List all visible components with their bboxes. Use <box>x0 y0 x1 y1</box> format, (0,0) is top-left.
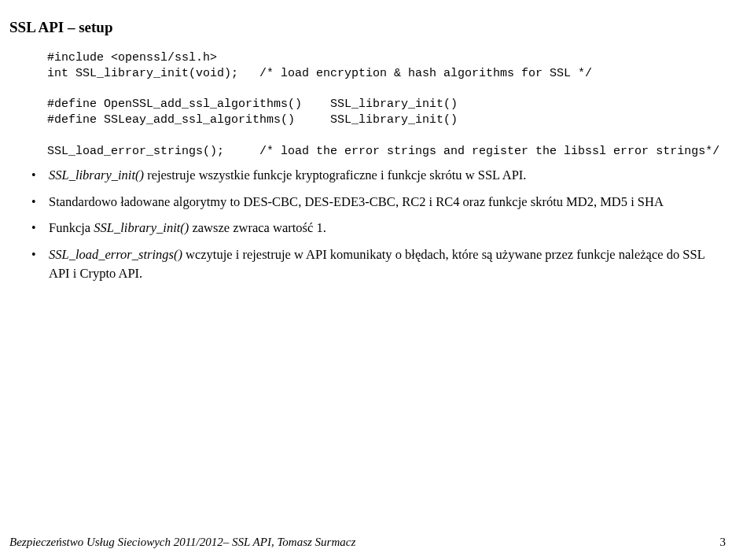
code-line: #define SSLeay_add_ssl_algorithms() SSL_… <box>47 113 458 127</box>
list-item: SSL_library_init() rejestruje wszystkie … <box>31 166 726 185</box>
list-item: SSL_load_error_strings() wczytuje i reje… <box>31 245 726 283</box>
list-item-text: zawsze zwraca wartość 1. <box>189 220 326 235</box>
bullet-list: SSL_library_init() rejestruje wszystkie … <box>31 166 726 284</box>
list-item: Standardowo ładowane algorytmy to DES-CB… <box>31 193 726 212</box>
section-title: SSL API – setup <box>9 19 726 36</box>
function-name: SSL_library_init() <box>94 220 189 235</box>
page: SSL API – setup #include <openssl/ssl.h>… <box>0 0 754 560</box>
list-item-text: Standardowo ładowane algorytmy to DES-CB… <box>49 194 664 209</box>
list-item: Funkcja SSL_library_init() zawsze zwraca… <box>31 219 726 238</box>
code-line: int SSL_library_init(void); /* load encr… <box>47 67 592 80</box>
code-line: #include <openssl/ssl.h> <box>47 51 217 64</box>
footer: Bezpieczeństwo Usług Sieciowych 2011/201… <box>9 536 726 549</box>
page-number: 3 <box>720 536 726 549</box>
code-block: #include <openssl/ssl.h> int SSL_library… <box>47 50 726 160</box>
function-name: SSL_library_init() <box>49 168 144 182</box>
list-item-text: rejestruje wszystkie funkcje kryptografi… <box>144 168 526 182</box>
code-line: #define OpenSSL_add_ssl_algorithms() SSL… <box>47 98 458 111</box>
list-item-text: Funkcja <box>49 220 94 235</box>
code-line: SSL_load_error_strings(); /* load the er… <box>47 145 719 158</box>
function-name: SSL_load_error_strings() <box>49 247 182 262</box>
footer-text: Bezpieczeństwo Usług Sieciowych 2011/201… <box>9 536 355 549</box>
